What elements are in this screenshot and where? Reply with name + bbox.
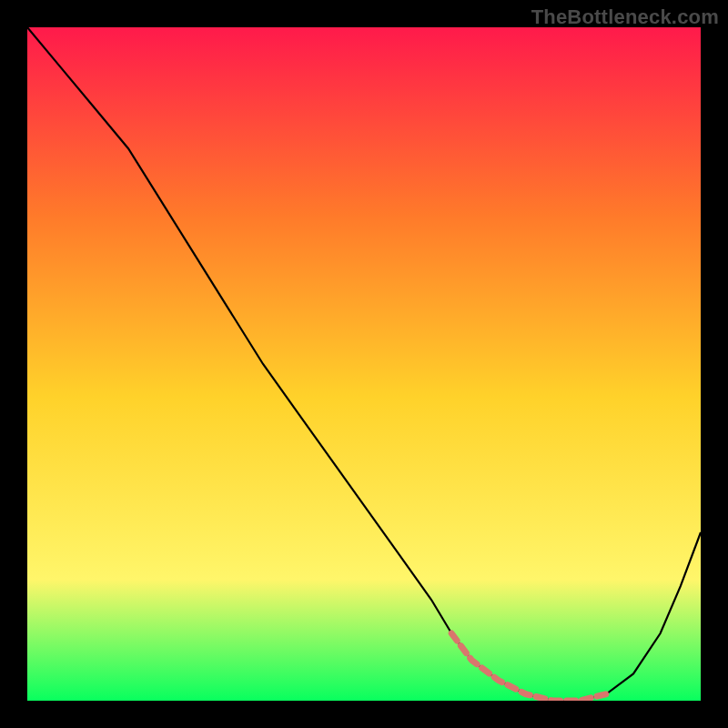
- gradient-background: [27, 27, 701, 701]
- bottleneck-chart: [27, 27, 701, 701]
- plot-area: [27, 27, 701, 701]
- chart-container: TheBottleneck.com: [0, 0, 728, 728]
- watermark-text: TheBottleneck.com: [531, 5, 719, 29]
